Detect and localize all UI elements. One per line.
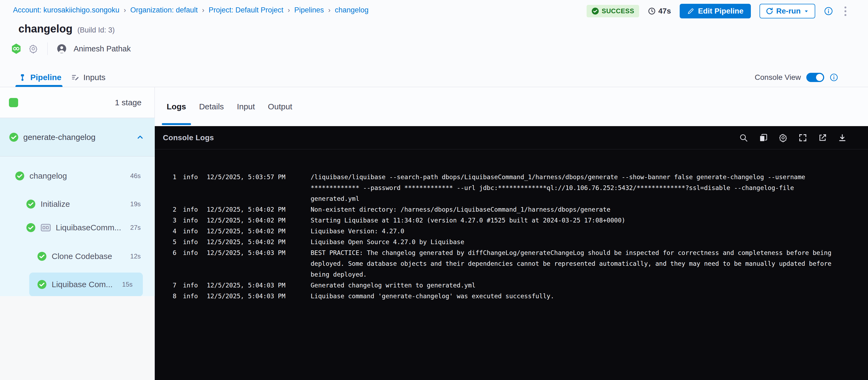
console-title: Console Logs	[163, 134, 214, 142]
log-message: Liquibase Version: 4.27.0	[311, 226, 844, 237]
tab-inputs[interactable]: Inputs	[71, 68, 105, 87]
page-title: changelog	[19, 23, 72, 35]
active-tab-indicator	[162, 123, 191, 125]
log-level: info	[183, 237, 200, 247]
tab-inputs-label: Inputs	[83, 73, 105, 82]
tab-logs[interactable]: Logs	[167, 102, 186, 111]
log-message: BEST PRACTICE: The changelog generated b…	[311, 247, 844, 280]
copy-icon[interactable]	[759, 133, 768, 142]
step-group-icon	[40, 224, 51, 232]
breadcrumb-organization[interactable]: Organization: default	[130, 6, 198, 14]
download-icon[interactable]	[838, 133, 847, 142]
fullscreen-icon[interactable]	[798, 133, 807, 142]
check-circle-icon	[591, 7, 599, 15]
log-line: 2 info 12/5/2025, 5:04:02 PM Non-existen…	[167, 204, 844, 215]
breadcrumb-account[interactable]: Account: kurosakiichigo.songoku	[13, 6, 119, 14]
tree-item-duration: 19s	[130, 200, 141, 208]
log-timestamp: 12/5/2025, 5:04:02 PM	[207, 237, 304, 247]
log-level: info	[183, 226, 200, 237]
rerun-button[interactable]: Re-run	[760, 4, 815, 19]
step-detail-panel: Logs Details Input Output Console Logs	[155, 87, 868, 380]
pipeline-meta-row: Animesh Pathak	[11, 42, 131, 55]
log-line-number: 3	[167, 215, 177, 226]
console-view-control: Console View	[755, 68, 838, 87]
breadcrumb: Account: kurosakiichigo.songoku › Organi…	[13, 6, 369, 14]
tree-item-liquibase-command-group[interactable]: LiquibaseComm... 27s	[0, 220, 155, 235]
check-circle-icon	[37, 280, 47, 289]
build-id: (Build Id: 3)	[78, 26, 115, 34]
tab-pipeline[interactable]: Pipeline	[19, 68, 61, 87]
toggle-knob	[816, 74, 823, 81]
duration-text: 47s	[658, 7, 671, 16]
open-in-new-icon[interactable]	[818, 133, 827, 142]
tab-input[interactable]: Input	[237, 102, 255, 111]
tree-item-duration: 15s	[122, 281, 132, 288]
info-icon[interactable]	[830, 73, 838, 82]
stage-count: 1 stage	[115, 98, 142, 107]
avatar	[57, 44, 67, 54]
stage-summary-row: 1 stage	[0, 87, 155, 118]
sidebar-footer	[0, 296, 155, 380]
tree-item-label: Initialize	[40, 200, 70, 209]
breadcrumb-separator: ›	[124, 6, 126, 14]
check-circle-icon	[9, 133, 19, 142]
execution-duration: 47s	[648, 7, 671, 16]
clock-icon	[648, 7, 656, 15]
edit-pipeline-button[interactable]: Edit Pipeline	[680, 4, 751, 19]
log-line-number: 5	[167, 237, 177, 247]
console-toolbar	[739, 133, 847, 142]
console-header: Console Logs	[155, 126, 868, 149]
log-timestamp: 12/5/2025, 5:04:02 PM	[207, 215, 304, 226]
console-view-toggle[interactable]	[806, 73, 824, 82]
check-circle-icon	[15, 171, 25, 181]
log-timestamp: 12/5/2025, 5:04:02 PM	[207, 204, 304, 215]
chevron-up-icon[interactable]	[136, 134, 144, 141]
status-badge: SUCCESS	[587, 5, 639, 17]
tab-output[interactable]: Output	[268, 102, 292, 111]
tree-item-duration: 12s	[130, 253, 141, 260]
breadcrumb-project[interactable]: Project: Default Project	[209, 6, 283, 14]
tree-item-label: changelog	[30, 171, 67, 180]
module-tabbar: Pipeline Inputs Console View	[0, 68, 868, 87]
author-name: Animesh Pathak	[73, 45, 131, 53]
log-message: Starting Liquibase at 11:34:02 (version …	[311, 215, 844, 226]
log-line-number: 7	[167, 280, 177, 291]
check-circle-icon	[26, 223, 36, 233]
stage-status-square[interactable]	[9, 98, 18, 107]
breadcrumb-pipelines[interactable]: Pipelines	[294, 6, 324, 14]
stage-header-generate-changelog[interactable]: generate-changelog	[0, 118, 155, 156]
pipeline-execution-page: Account: kurosakiichigo.songoku › Organi…	[0, 0, 868, 380]
tree-item-initialize[interactable]: Initialize 19s	[0, 197, 155, 212]
ci-module-icon	[11, 43, 21, 54]
console-log-body: 1 info 12/5/2025, 5:03:57 PM /liquibase/…	[155, 149, 868, 380]
tree-item-changelog[interactable]: changelog 46s	[0, 168, 155, 183]
breadcrumb-separator: ›	[202, 6, 204, 14]
console-panel: Console Logs 1 info 12/5/2025, 5:03:57 P…	[155, 126, 868, 380]
stage-name: generate-changelog	[23, 133, 132, 142]
info-icon[interactable]	[824, 6, 833, 16]
search-icon[interactable]	[739, 133, 748, 142]
chevron-down-icon	[803, 8, 809, 14]
tab-pipeline-label: Pipeline	[30, 73, 61, 82]
log-line-number: 4	[167, 226, 177, 237]
log-level: info	[183, 291, 200, 301]
breadcrumb-separator: ›	[288, 6, 290, 14]
more-options-menu[interactable]	[842, 5, 849, 18]
settings-icon[interactable]	[778, 133, 788, 142]
log-line: 6 info 12/5/2025, 5:04:03 PM BEST PRACTI…	[167, 247, 844, 280]
log-line-number: 6	[167, 247, 177, 280]
log-message: Liquibase command 'generate-changelog' w…	[311, 291, 844, 301]
breadcrumb-current-pipeline[interactable]: changelog	[335, 6, 369, 14]
edit-pipeline-label: Edit Pipeline	[698, 7, 744, 16]
inputs-icon	[71, 73, 80, 82]
tree-item-liquibase-command[interactable]: Liquibase Com... 15s	[29, 272, 143, 296]
tree-item-clone-codebase[interactable]: Clone Codebase 12s	[0, 249, 155, 264]
log-line: 3 info 12/5/2025, 5:04:02 PM Starting Li…	[167, 215, 844, 226]
page-title-row: changelog (Build Id: 3)	[19, 23, 115, 35]
step-tree: changelog 46s Initialize 19s LiquibaseCo…	[0, 156, 155, 296]
refresh-icon	[766, 7, 774, 15]
log-timestamp: 12/5/2025, 5:04:03 PM	[207, 291, 304, 301]
tab-details[interactable]: Details	[199, 102, 224, 111]
log-line-number: 2	[167, 204, 177, 215]
gear-icon[interactable]	[28, 44, 38, 54]
